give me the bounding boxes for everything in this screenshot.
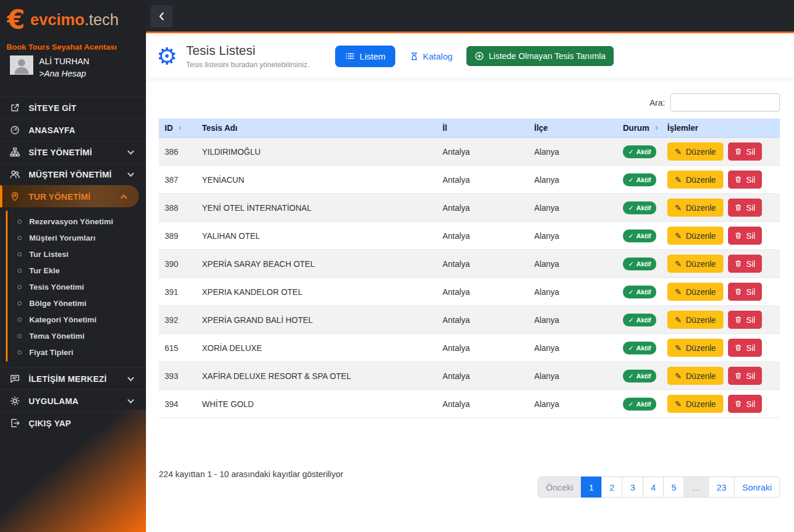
- sidebar-subitem-fiyat-tipleri[interactable]: Fiyat Tipleri: [8, 344, 146, 360]
- sort-icon: ▲▼: [178, 126, 182, 130]
- status-badge: ✓ Aktif: [623, 370, 656, 383]
- delete-button[interactable]: Sil: [728, 311, 762, 329]
- status-badge: ✓ Aktif: [623, 342, 656, 354]
- avatar: [10, 55, 33, 75]
- edit-button[interactable]: ✎ Düzenle: [667, 227, 723, 245]
- table-body: 386 YILDIRIMOĞLU Antalya Alanya ✓ Aktif …: [159, 138, 780, 418]
- cell-il: Antalya: [437, 250, 528, 278]
- katalog-link[interactable]: Katalog: [410, 51, 452, 61]
- cell-ilce: Alanya: [528, 362, 617, 390]
- bullet-icon: [18, 301, 22, 305]
- edit-button[interactable]: ✎ Düzenle: [667, 395, 723, 413]
- list-icon: [345, 51, 354, 61]
- column-header-durum[interactable]: Durum▲▼: [617, 119, 661, 138]
- chevron-left-icon: [156, 11, 167, 22]
- define-facility-button[interactable]: Listede Olmayan Tesis Tanımla: [466, 46, 614, 66]
- pagination-page-3[interactable]: 3: [622, 477, 643, 498]
- cell-il: Antalya: [437, 390, 528, 418]
- main-content: ⚙ Tesis Listesi Tesis listesini buradan …: [146, 35, 794, 532]
- delete-button[interactable]: Sil: [728, 339, 762, 357]
- chevron-up-icon: [120, 194, 127, 201]
- cell-il: Antalya: [437, 278, 528, 306]
- delete-button[interactable]: Sil: [728, 367, 762, 385]
- check-icon: ✓: [628, 260, 634, 268]
- delete-button[interactable]: Sil: [728, 227, 762, 245]
- sidebar-subitem-bölge-yönetimi[interactable]: Bölge Yönetimi: [8, 295, 146, 311]
- back-button[interactable]: [151, 5, 173, 27]
- cell-name: YENİ OTEL İNTERNATİONAL: [196, 194, 437, 222]
- sidebar-item-siteye-git[interactable]: SİTEYE GİT: [0, 96, 146, 119]
- status-badge: ✓ Aktif: [623, 286, 656, 298]
- sidebar-item-site-yonetimi[interactable]: SİTE YÖNETİMİ: [0, 141, 146, 163]
- delete-button[interactable]: Sil: [728, 255, 762, 273]
- delete-button[interactable]: Sil: [728, 283, 762, 301]
- edit-button[interactable]: ✎ Düzenle: [667, 283, 723, 301]
- delete-button[interactable]: Sil: [728, 395, 762, 413]
- edit-button[interactable]: ✎ Düzenle: [667, 255, 723, 273]
- cell-id: 393: [159, 362, 196, 390]
- check-icon: ✓: [628, 204, 634, 212]
- table-row: 393 XAFİRA DELUXE RESORT & SPA OTEL Anta…: [159, 362, 780, 390]
- pagination-page-5[interactable]: 5: [663, 477, 684, 498]
- pagination-next[interactable]: Sonraki: [734, 477, 780, 498]
- column-header-i̇l: İl: [437, 119, 528, 138]
- cell-ilce: Alanya: [528, 138, 617, 166]
- sidebar-item-cikis-yap[interactable]: ÇIKIŞ YAP: [0, 412, 146, 434]
- delete-button[interactable]: Sil: [728, 171, 762, 189]
- sidebar-item-musteri-yonetimi[interactable]: MÜŞTERİ YÖNETİMİ: [0, 163, 146, 185]
- user-name: ALİ TURHAN: [39, 55, 89, 68]
- bullet-icon: [18, 350, 22, 354]
- pencil-icon: ✎: [675, 315, 682, 325]
- delete-button[interactable]: Sil: [728, 199, 762, 217]
- sidebar-subitem-tur-ekle[interactable]: Tur Ekle: [8, 262, 146, 279]
- pagination-page-4[interactable]: 4: [643, 477, 664, 498]
- page-title: Tesis Listesi: [186, 43, 309, 58]
- pagination-page-2[interactable]: 2: [601, 477, 622, 498]
- sidebar-item-tur-yonetimi[interactable]: TUR YÖNETİMİ: [0, 185, 139, 207]
- sidebar: € evcimo.tech Book Tours Seyahat Acentas…: [0, 0, 146, 532]
- cell-il: Antalya: [437, 138, 528, 166]
- check-icon: ✓: [628, 316, 634, 324]
- sidebar-subitem-tur-listesi[interactable]: Tur Listesi: [8, 246, 146, 262]
- chat-icon: [10, 374, 20, 384]
- check-icon: ✓: [628, 148, 634, 156]
- delete-button[interactable]: Sil: [728, 142, 762, 161]
- cell-il: Antalya: [437, 306, 528, 334]
- table-row: 387 YENİACUN Antalya Alanya ✓ Aktif ✎ Dü…: [159, 166, 780, 194]
- sidebar-item-iletisim-merkezi[interactable]: İLETİŞİM MERKEZİ: [0, 367, 146, 390]
- records-info: 224 kayıttan 1 - 10 arasındaki kayıtlar …: [159, 465, 343, 479]
- sidebar-item-uygulama[interactable]: UYGULAMA: [0, 390, 146, 412]
- edit-button[interactable]: ✎ Düzenle: [667, 367, 723, 385]
- search-input[interactable]: [670, 93, 780, 112]
- listem-button[interactable]: Listem: [335, 46, 395, 67]
- status-badge: ✓ Aktif: [623, 398, 656, 411]
- trash-icon: [734, 316, 742, 324]
- pagination-page-23[interactable]: 23: [708, 477, 734, 498]
- pagination-page-1[interactable]: 1: [581, 477, 602, 498]
- sidebar-item-anasayfa[interactable]: ANASAYFA: [0, 119, 146, 141]
- edit-button[interactable]: ✎ Düzenle: [667, 142, 723, 161]
- sidebar-subitem-rezervasyon-yönetimi[interactable]: Rezervasyon Yönetimi: [8, 213, 146, 230]
- column-header-id[interactable]: ID▲▼: [159, 119, 196, 138]
- status-badge: ✓ Aktif: [623, 173, 656, 186]
- cell-ilce: Alanya: [528, 278, 617, 306]
- check-icon: ✓: [628, 400, 634, 408]
- cell-name: WHİTE GOLD: [196, 390, 437, 418]
- trash-icon: [734, 288, 742, 295]
- trash-icon: [734, 148, 742, 155]
- sidebar-subitem-müşteri-yorumları[interactable]: Müşteri Yorumları: [8, 230, 146, 246]
- sidebar-subitem-kategori-yönetimi[interactable]: Kategori Yönetimi: [8, 311, 146, 328]
- cell-id: 389: [159, 222, 196, 250]
- edit-button[interactable]: ✎ Düzenle: [667, 199, 723, 217]
- sidebar-subitem-tesis-yönetimi[interactable]: Tesis Yönetimi: [8, 279, 146, 295]
- plus-circle-icon: [475, 51, 484, 61]
- edit-button[interactable]: ✎ Düzenle: [667, 171, 723, 189]
- bullet-icon: [18, 285, 22, 289]
- edit-button[interactable]: ✎ Düzenle: [667, 339, 723, 357]
- trash-icon: [734, 260, 742, 267]
- cell-id: 394: [159, 390, 196, 418]
- cell-ilce: Alanya: [528, 306, 617, 334]
- sidebar-subitem-tema-yönetimi[interactable]: Tema Yönetimi: [8, 328, 146, 344]
- edit-button[interactable]: ✎ Düzenle: [667, 311, 723, 329]
- page-header: ⚙ Tesis Listesi Tesis listesini buradan …: [146, 35, 794, 82]
